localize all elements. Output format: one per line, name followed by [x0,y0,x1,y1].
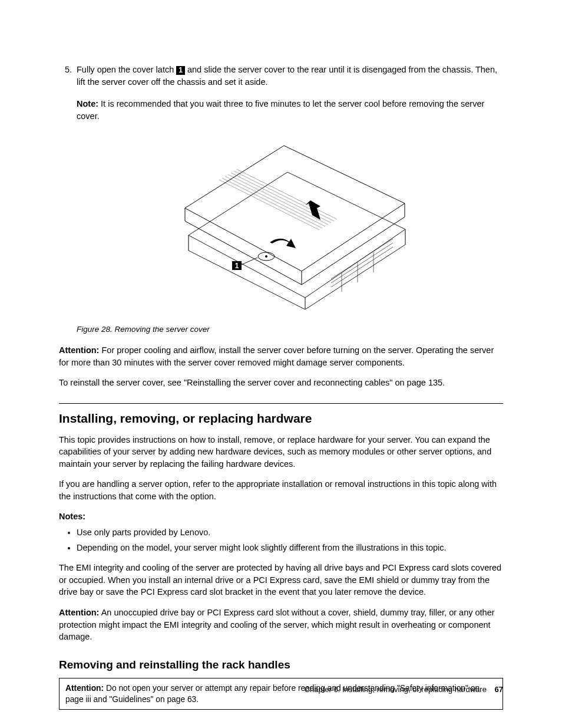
attention-text: An unoccupied drive bay or PCI Express c… [59,608,495,641]
svg-line-14 [237,169,337,219]
step-note: Note: It is recommended that you wait th… [77,98,503,122]
notes-label: Notes: [59,510,503,523]
heading-rack-handles: Removing and reinstalling the rack handl… [59,657,503,673]
reinstall-crossref: To reinstall the server cover, see "Rein… [59,377,503,389]
callout-1-inline: 1 [176,66,185,75]
server-cover-illustration: 1 [154,139,408,309]
list-item: Depending on the model, your server migh… [77,542,503,554]
svg-point-21 [265,255,267,258]
svg-line-17 [331,247,393,287]
step-5: 5. Fully open the cover latch 1 and slid… [59,64,503,130]
section1-p2: If you are handling a server option, ref… [59,478,503,502]
section1-p1: This topic provides instructions on how … [59,434,503,470]
note-text: It is recommended that you wait three to… [77,99,484,121]
step-text-before: Fully open the cover latch [77,65,176,74]
attention-label: Attention: [59,608,99,617]
page-footer: Chapter 6. Installing, removing, or repl… [305,684,503,695]
attention-label: Attention: [59,345,99,355]
section-rule [59,403,503,404]
attention-box-label: Attention: [65,684,104,693]
note-label: Note: [77,99,98,108]
svg-line-9 [222,178,322,228]
step-number: 5. [59,64,77,130]
slide-arrow-icon [270,239,296,248]
list-item: Use only parts provided by Lenovo. [77,526,503,539]
svg-line-13 [234,171,334,221]
step-body: Fully open the cover latch 1 and slide t… [77,64,503,130]
svg-line-22 [242,258,257,265]
svg-marker-4 [189,172,405,298]
figure-28: 1 [59,139,503,313]
section1-p3: The EMI integrity and cooling of the ser… [59,562,503,598]
svg-line-16 [331,243,393,283]
attention-emi: Attention: An unoccupied drive bay or PC… [59,607,503,643]
footer-chapter: Chapter 6. Installing, removing, or repl… [305,685,487,694]
notes-list: Use only parts provided by Lenovo. Depen… [59,526,503,554]
figure-callout-1: 1 [235,262,239,270]
footer-page-number: 67 [495,685,503,694]
svg-line-8 [219,180,319,230]
figure-caption: Figure 28. Removing the server cover [59,324,503,335]
attention-cooling: Attention: For proper cooling and airflo… [59,344,503,368]
attention-text: For proper cooling and airflow, install … [59,345,494,367]
svg-line-11 [228,174,328,225]
heading-installing-removing-replacing: Installing, removing, or replacing hardw… [59,410,503,427]
